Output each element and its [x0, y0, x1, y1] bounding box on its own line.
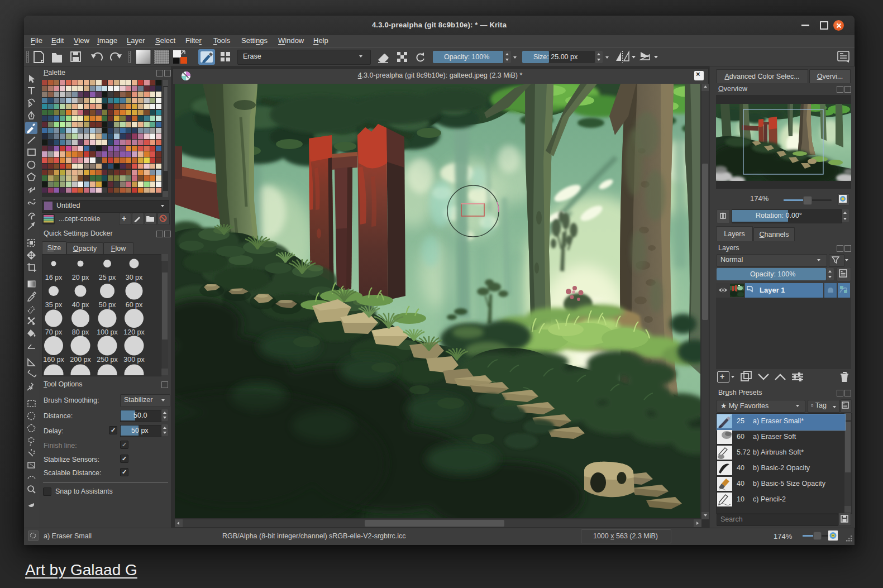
svg-text:60 px: 60 px: [126, 301, 143, 309]
svg-text:160 px: 160 px: [43, 356, 64, 364]
svg-text:100 px: 100 px: [97, 328, 118, 336]
svg-text:30 px: 30 px: [126, 274, 143, 281]
svg-text:35 px: 35 px: [45, 301, 63, 309]
svg-text:120 px: 120 px: [123, 328, 145, 336]
svg-text:16 px: 16 px: [45, 274, 63, 281]
svg-text:40 px: 40 px: [72, 301, 89, 309]
svg-text:300 px: 300 px: [123, 356, 145, 364]
svg-text:70 px: 70 px: [45, 328, 63, 336]
svg-text:20 px: 20 px: [72, 274, 89, 281]
svg-text:50 px: 50 px: [99, 301, 116, 309]
svg-text:200 px: 200 px: [70, 356, 91, 364]
svg-text:25 px: 25 px: [99, 274, 116, 281]
svg-text:250 px: 250 px: [97, 356, 118, 364]
svg-text:80 px: 80 px: [72, 328, 89, 336]
